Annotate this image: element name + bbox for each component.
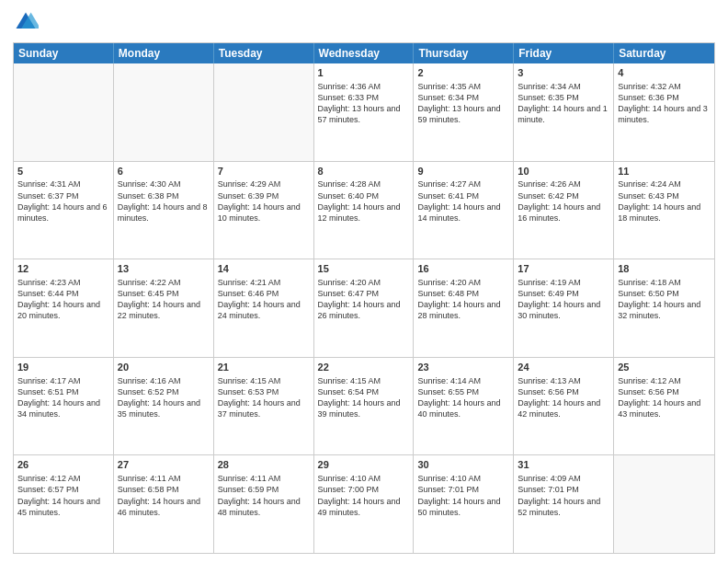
- day-cell-4: 4Sunrise: 4:32 AM Sunset: 6:36 PM Daylig…: [614, 63, 714, 161]
- day-cell-10: 10Sunrise: 4:26 AM Sunset: 6:42 PM Dayli…: [514, 162, 614, 259]
- day-info: Sunrise: 4:10 AM Sunset: 7:00 PM Dayligh…: [318, 473, 410, 518]
- empty-cell-0-1: [114, 63, 214, 161]
- day-number: 28: [218, 458, 310, 472]
- day-info: Sunrise: 4:10 AM Sunset: 7:01 PM Dayligh…: [417, 473, 509, 518]
- day-info: Sunrise: 4:20 AM Sunset: 6:48 PM Dayligh…: [417, 277, 509, 322]
- day-cell-11: 11Sunrise: 4:24 AM Sunset: 6:43 PM Dayli…: [614, 162, 714, 259]
- day-cell-25: 25Sunrise: 4:12 AM Sunset: 6:56 PM Dayli…: [614, 358, 714, 455]
- day-number: 6: [118, 165, 210, 178]
- day-number: 10: [518, 165, 609, 178]
- day-info: Sunrise: 4:34 AM Sunset: 6:35 PM Dayligh…: [518, 81, 609, 126]
- calendar: SundayMondayTuesdayWednesdayThursdayFrid…: [13, 42, 715, 554]
- weekday-header-tuesday: Tuesday: [214, 43, 314, 63]
- day-cell-9: 9Sunrise: 4:27 AM Sunset: 6:41 PM Daylig…: [414, 162, 514, 259]
- day-number: 9: [417, 165, 509, 178]
- day-number: 13: [118, 262, 210, 276]
- day-info: Sunrise: 4:17 AM Sunset: 6:51 PM Dayligh…: [17, 375, 109, 420]
- logo-icon: [13, 9, 39, 35]
- day-cell-16: 16Sunrise: 4:20 AM Sunset: 6:48 PM Dayli…: [414, 259, 514, 357]
- day-cell-3: 3Sunrise: 4:34 AM Sunset: 6:35 PM Daylig…: [514, 63, 614, 161]
- day-cell-8: 8Sunrise: 4:28 AM Sunset: 6:40 PM Daylig…: [314, 162, 415, 259]
- day-number: 25: [618, 361, 711, 374]
- day-info: Sunrise: 4:24 AM Sunset: 6:43 PM Dayligh…: [618, 178, 711, 224]
- weekday-header-monday: Monday: [114, 43, 214, 63]
- weekday-header-thursday: Thursday: [414, 43, 514, 63]
- day-cell-18: 18Sunrise: 4:18 AM Sunset: 6:50 PM Dayli…: [614, 259, 714, 357]
- day-number: 8: [318, 165, 410, 178]
- calendar-row-3: 19Sunrise: 4:17 AM Sunset: 6:51 PM Dayli…: [14, 357, 714, 455]
- day-cell-1: 1Sunrise: 4:36 AM Sunset: 6:33 PM Daylig…: [314, 63, 415, 161]
- day-number: 21: [218, 361, 310, 374]
- day-cell-27: 27Sunrise: 4:11 AM Sunset: 6:58 PM Dayli…: [114, 455, 214, 553]
- empty-cell-0-2: [214, 63, 314, 161]
- day-info: Sunrise: 4:11 AM Sunset: 6:59 PM Dayligh…: [218, 473, 310, 518]
- day-cell-21: 21Sunrise: 4:15 AM Sunset: 6:53 PM Dayli…: [214, 358, 314, 455]
- day-number: 5: [17, 165, 109, 178]
- day-cell-15: 15Sunrise: 4:20 AM Sunset: 6:47 PM Dayli…: [314, 259, 415, 357]
- day-cell-6: 6Sunrise: 4:30 AM Sunset: 6:38 PM Daylig…: [114, 162, 214, 259]
- day-info: Sunrise: 4:26 AM Sunset: 6:42 PM Dayligh…: [518, 178, 609, 224]
- day-info: Sunrise: 4:20 AM Sunset: 6:47 PM Dayligh…: [318, 277, 410, 322]
- day-number: 15: [318, 262, 410, 276]
- day-number: 4: [618, 66, 711, 80]
- day-number: 12: [17, 262, 109, 276]
- day-cell-31: 31Sunrise: 4:09 AM Sunset: 7:01 PM Dayli…: [514, 455, 614, 553]
- day-cell-5: 5Sunrise: 4:31 AM Sunset: 6:37 PM Daylig…: [14, 162, 114, 259]
- logo: [13, 9, 42, 35]
- calendar-header: SundayMondayTuesdayWednesdayThursdayFrid…: [14, 43, 714, 63]
- day-number: 20: [118, 361, 210, 374]
- day-cell-26: 26Sunrise: 4:12 AM Sunset: 6:57 PM Dayli…: [14, 455, 114, 553]
- day-number: 14: [218, 262, 310, 276]
- day-info: Sunrise: 4:11 AM Sunset: 6:58 PM Dayligh…: [118, 473, 210, 518]
- calendar-body: 1Sunrise: 4:36 AM Sunset: 6:33 PM Daylig…: [14, 63, 714, 553]
- header: [13, 9, 715, 35]
- weekday-header-friday: Friday: [514, 43, 614, 63]
- page: SundayMondayTuesdayWednesdayThursdayFrid…: [0, 0, 728, 563]
- day-number: 24: [518, 361, 609, 374]
- day-cell-12: 12Sunrise: 4:23 AM Sunset: 6:44 PM Dayli…: [14, 259, 114, 357]
- day-info: Sunrise: 4:22 AM Sunset: 6:45 PM Dayligh…: [118, 277, 210, 322]
- day-number: 17: [518, 262, 609, 276]
- day-info: Sunrise: 4:23 AM Sunset: 6:44 PM Dayligh…: [17, 277, 109, 322]
- day-info: Sunrise: 4:12 AM Sunset: 6:57 PM Dayligh…: [17, 473, 109, 518]
- day-info: Sunrise: 4:13 AM Sunset: 6:56 PM Dayligh…: [518, 375, 609, 420]
- day-number: 3: [518, 66, 609, 80]
- weekday-header-wednesday: Wednesday: [314, 43, 415, 63]
- day-number: 31: [518, 458, 609, 472]
- empty-cell-4-6: [614, 455, 714, 553]
- day-cell-30: 30Sunrise: 4:10 AM Sunset: 7:01 PM Dayli…: [414, 455, 514, 553]
- day-info: Sunrise: 4:27 AM Sunset: 6:41 PM Dayligh…: [417, 178, 509, 224]
- day-info: Sunrise: 4:35 AM Sunset: 6:34 PM Dayligh…: [417, 81, 509, 126]
- calendar-row-1: 5Sunrise: 4:31 AM Sunset: 6:37 PM Daylig…: [14, 161, 714, 259]
- day-info: Sunrise: 4:32 AM Sunset: 6:36 PM Dayligh…: [618, 81, 711, 126]
- day-cell-17: 17Sunrise: 4:19 AM Sunset: 6:49 PM Dayli…: [514, 259, 614, 357]
- day-info: Sunrise: 4:19 AM Sunset: 6:49 PM Dayligh…: [518, 277, 609, 322]
- day-cell-22: 22Sunrise: 4:15 AM Sunset: 6:54 PM Dayli…: [314, 358, 415, 455]
- day-cell-14: 14Sunrise: 4:21 AM Sunset: 6:46 PM Dayli…: [214, 259, 314, 357]
- day-number: 29: [318, 458, 410, 472]
- day-info: Sunrise: 4:16 AM Sunset: 6:52 PM Dayligh…: [118, 375, 210, 420]
- day-cell-24: 24Sunrise: 4:13 AM Sunset: 6:56 PM Dayli…: [514, 358, 614, 455]
- day-cell-29: 29Sunrise: 4:10 AM Sunset: 7:00 PM Dayli…: [314, 455, 415, 553]
- day-number: 2: [417, 66, 509, 80]
- day-info: Sunrise: 4:15 AM Sunset: 6:54 PM Dayligh…: [318, 375, 410, 420]
- day-number: 11: [618, 165, 711, 178]
- weekday-header-saturday: Saturday: [614, 43, 714, 63]
- empty-cell-0-0: [14, 63, 114, 161]
- day-number: 18: [618, 262, 711, 276]
- day-info: Sunrise: 4:09 AM Sunset: 7:01 PM Dayligh…: [518, 473, 609, 518]
- day-info: Sunrise: 4:31 AM Sunset: 6:37 PM Dayligh…: [17, 178, 109, 224]
- day-info: Sunrise: 4:18 AM Sunset: 6:50 PM Dayligh…: [618, 277, 711, 322]
- day-info: Sunrise: 4:21 AM Sunset: 6:46 PM Dayligh…: [218, 277, 310, 322]
- day-cell-7: 7Sunrise: 4:29 AM Sunset: 6:39 PM Daylig…: [214, 162, 314, 259]
- weekday-header-sunday: Sunday: [14, 43, 114, 63]
- day-info: Sunrise: 4:30 AM Sunset: 6:38 PM Dayligh…: [118, 178, 210, 224]
- day-number: 26: [17, 458, 109, 472]
- day-info: Sunrise: 4:29 AM Sunset: 6:39 PM Dayligh…: [218, 178, 310, 224]
- day-cell-23: 23Sunrise: 4:14 AM Sunset: 6:55 PM Dayli…: [414, 358, 514, 455]
- day-number: 30: [417, 458, 509, 472]
- calendar-row-0: 1Sunrise: 4:36 AM Sunset: 6:33 PM Daylig…: [14, 63, 714, 161]
- day-cell-2: 2Sunrise: 4:35 AM Sunset: 6:34 PM Daylig…: [414, 63, 514, 161]
- day-number: 7: [218, 165, 310, 178]
- day-number: 1: [318, 66, 410, 80]
